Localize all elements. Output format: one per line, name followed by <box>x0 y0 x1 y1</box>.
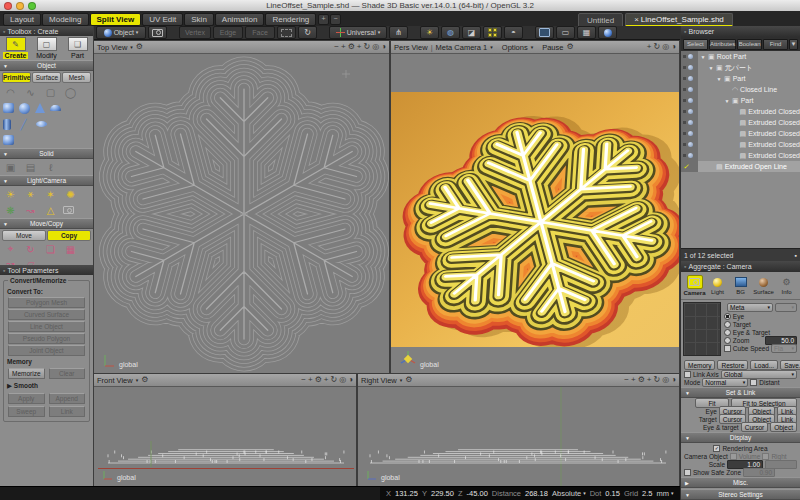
zoom-out-icon[interactable]: − <box>301 375 306 385</box>
light-toggle-button[interactable]: ☀ <box>420 26 439 39</box>
world-button[interactable]: ◍ <box>441 26 460 39</box>
eyetarget-cursor-button[interactable]: Cursor <box>741 422 769 432</box>
tab-surface[interactable]: Surface <box>32 72 61 83</box>
visibility-toggles[interactable] <box>681 128 698 139</box>
section-object[interactable]: ▼Object <box>0 60 93 71</box>
menu-tab-modeling[interactable]: Modeling <box>42 13 88 26</box>
section-misc[interactable]: ▶Misc. <box>681 477 800 488</box>
memory-button[interactable]: Memory <box>684 360 715 370</box>
pan-icon[interactable]: + <box>647 375 652 385</box>
line-primitive-icon[interactable]: ╱ <box>16 118 31 130</box>
tab-move[interactable]: Move <box>2 230 46 241</box>
copy-rotate-icon[interactable]: ↻ <box>23 243 38 255</box>
view-settings-icon[interactable]: ⚙ <box>315 375 322 385</box>
tab-mesh[interactable]: Mesh <box>62 72 91 83</box>
zoom-radio[interactable] <box>724 337 731 344</box>
menu-tab-animation[interactable]: Animation <box>215 13 265 26</box>
expander-icon[interactable]: ▼ <box>708 65 714 71</box>
tree-item-extruded-closed[interactable]: ▤Extruded Closed <box>681 139 800 150</box>
cube-speed-checkbox[interactable] <box>724 345 731 352</box>
object-mode-button[interactable]: Object ▾ <box>96 26 146 39</box>
universal-manipulator-button[interactable]: Universal ▾ <box>329 26 387 39</box>
visibility-toggles[interactable] <box>681 62 698 73</box>
menu-tab-layout[interactable]: Layout <box>3 13 41 26</box>
viewport-top[interactable]: Top View ▾ ⚙ −+⚙+↻◎◑ global <box>93 40 390 373</box>
browser-tab-boolean[interactable]: Boolean <box>737 39 762 50</box>
section-solid[interactable]: ▼Solid <box>0 148 93 159</box>
grid-snap-button[interactable] <box>483 26 502 39</box>
pan-icon[interactable]: + <box>357 42 362 52</box>
magnify-icon[interactable]: ◎ <box>339 375 346 385</box>
camera-select-dropdown[interactable]: Meta Camera 1 <box>436 43 488 52</box>
viewport-right[interactable]: Right View ▾ ⚙ −+⚙+↻◎◑ global <box>357 373 680 486</box>
copy-array-icon[interactable]: ▦ <box>63 243 78 255</box>
tab-primitive[interactable]: Primitive <box>2 72 31 83</box>
mirror-button[interactable]: ◪ <box>462 26 481 39</box>
shading-icon[interactable]: ◑ <box>671 42 676 52</box>
toolbox-mode-part[interactable]: ❏ Part <box>62 36 93 60</box>
expander-icon[interactable]: ▼ <box>700 54 706 60</box>
zoom-out-icon[interactable]: − <box>334 42 339 52</box>
link-axis-checkbox[interactable] <box>684 371 691 378</box>
rotate-view-icon[interactable]: ↻ <box>330 375 337 385</box>
eye-radio[interactable] <box>724 313 731 320</box>
unit-dropdown[interactable]: mm▾ <box>657 489 674 498</box>
view-gear-icon[interactable]: ⚙ <box>405 375 412 385</box>
menu-tab-skin[interactable]: Skin <box>184 13 214 26</box>
aggregate-tab-bg[interactable]: BG <box>730 276 752 295</box>
view-settings-icon[interactable]: ⚙ <box>638 375 645 385</box>
view-gear-icon[interactable]: ⚙ <box>566 42 573 52</box>
path-light-icon[interactable]: ↝ <box>23 204 38 216</box>
aggregate-tab-surface[interactable]: Surface <box>753 276 775 295</box>
eye-target-radio[interactable] <box>724 329 731 336</box>
sphere-primitive-icon[interactable] <box>19 103 30 114</box>
load-button[interactable]: Load... <box>750 360 778 370</box>
aggregate-tab-light[interactable]: Light <box>707 276 729 295</box>
wireframe-sphere-button[interactable]: ◓ <box>504 26 523 39</box>
aggregate-tab-info[interactable]: ⚙Info <box>776 276 798 295</box>
aggregate-tab-camera[interactable]: Camera <box>684 275 706 296</box>
eyetarget-object-button[interactable]: Object <box>770 422 797 432</box>
visibility-toggles[interactable] <box>681 73 698 84</box>
material-sphere-button[interactable] <box>598 26 617 39</box>
menu-tab-split-view[interactable]: Split View <box>90 13 142 26</box>
browser-funnel-icon[interactable]: ▼ <box>789 39 798 50</box>
shading-icon[interactable]: ◑ <box>671 375 676 385</box>
viewport-right-title[interactable]: Right View <box>361 376 397 385</box>
menu-tab-uv-edit[interactable]: UV Edit <box>142 13 183 26</box>
section-display[interactable]: ▼Display <box>681 432 800 443</box>
show-safe-zone-checkbox[interactable] <box>684 469 691 476</box>
display-monitor-button[interactable] <box>535 26 554 39</box>
tree-item-extruded-closed[interactable]: ▤Extruded Closed <box>681 128 800 139</box>
magnify-icon[interactable]: ◎ <box>372 42 379 52</box>
box-primitive-icon[interactable] <box>3 103 14 113</box>
tree-item-part[interactable]: ▼▣Part <box>681 95 800 106</box>
tab-copy[interactable]: Copy <box>47 230 91 241</box>
doc-tab-untitled[interactable]: Untitled <box>578 13 623 27</box>
copy-stack-icon[interactable]: ❏ <box>43 243 58 255</box>
toolbox-mode-create[interactable]: ✎ Create <box>0 36 31 60</box>
browser-tab-select[interactable]: Select <box>683 39 708 50</box>
hemisphere-primitive-icon[interactable] <box>50 105 61 111</box>
camera-meta-dropdown[interactable]: Meta▾ <box>727 303 773 312</box>
visibility-toggles[interactable]: ✓ <box>681 161 698 172</box>
zoom-out-icon[interactable]: − <box>624 375 629 385</box>
options-dropdown[interactable]: Options <box>502 43 528 52</box>
visibility-toggles[interactable] <box>681 150 698 161</box>
cube-primitive-icon[interactable] <box>3 135 14 145</box>
viewport-top-title[interactable]: Top View <box>97 43 127 52</box>
skeleton-button[interactable]: ⋔ <box>389 26 408 39</box>
visibility-toggles[interactable] <box>681 84 698 95</box>
tree-item-closed-line[interactable]: ◠Closed Line <box>681 84 800 95</box>
solid-union-icon[interactable]: ▣ <box>3 161 18 173</box>
visibility-toggles[interactable] <box>681 139 698 150</box>
browser-tab-attributes[interactable]: Attributes <box>709 39 736 50</box>
distant-light-icon[interactable]: ❋ <box>3 204 18 216</box>
toolbox-mode-modify[interactable]: ▢ Modify <box>31 36 62 60</box>
copy-shear-icon[interactable]: ▱ <box>23 257 38 265</box>
tree-item-part[interactable]: ▼▣Part <box>681 73 800 84</box>
solid-script-icon[interactable]: ℓ <box>43 161 58 173</box>
zoom-in-icon[interactable]: + <box>647 42 652 52</box>
disc-primitive-icon[interactable] <box>36 121 47 127</box>
view-gear-icon[interactable]: ⚙ <box>136 42 143 52</box>
